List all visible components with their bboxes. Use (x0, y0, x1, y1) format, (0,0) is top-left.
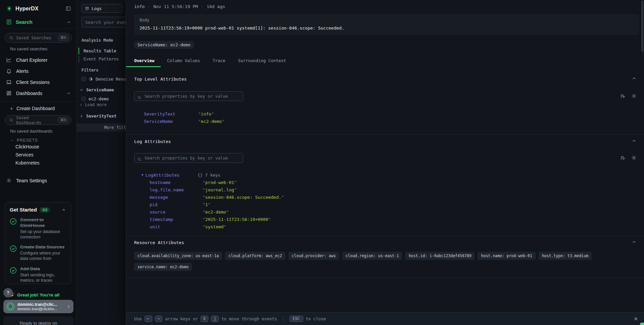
quote: " (203, 187, 205, 192)
sidebar-item-alerts[interactable]: Alerts (0, 65, 76, 77)
scrollbar-thumb[interactable] (641, 1, 643, 52)
denoise-filter-row[interactable]: Denoise Results (82, 77, 126, 82)
top-level-attributes-list: SeverityText "info" ServiceName "ec2-dem… (134, 110, 639, 125)
footer-text: to close (306, 316, 326, 321)
user-account-button[interactable]: D dominic.tran@clic... dominic.tran@clic… (3, 300, 73, 313)
attribute-value[interactable]: 1 (205, 202, 208, 207)
tab-overview[interactable]: Overview (126, 56, 161, 67)
attribute-root-row: ▼LogAttributes {} 7 keys (134, 171, 639, 179)
load-more-button[interactable]: Load more (79, 102, 107, 107)
sidebar-item-chart-explorer[interactable]: Chart Explorer (0, 54, 76, 65)
step-title: Add Data (20, 266, 66, 272)
get-started-step[interactable]: Connect to ClickHouse Set up your databa… (10, 217, 66, 240)
log-attributes-search-input[interactable] (134, 153, 243, 163)
attribute-key[interactable]: SeverityText (144, 111, 198, 117)
chevron-up-icon[interactable] (66, 20, 71, 25)
servicename-value-row[interactable]: ec2-demo (82, 96, 109, 101)
more-filters-button[interactable]: More filters (77, 124, 126, 132)
attribute-row: unit "systemd" (134, 223, 639, 230)
attribute-row: hostname "prod-web-01" (134, 179, 639, 186)
resource-chip[interactable]: host.type: t3.medium (539, 252, 592, 260)
mode-results-table[interactable]: Results Table (78, 48, 116, 54)
resource-chip[interactable]: host.id: i-0abc123def456789 (405, 252, 475, 260)
resource-chip[interactable]: cloud.provider: aws (288, 252, 339, 260)
source-selector[interactable]: Logs (82, 4, 122, 13)
wrap-lines-icon[interactable] (620, 93, 625, 99)
check-circle-icon (10, 218, 17, 240)
attribute-value[interactable]: ec2-demo (205, 210, 226, 215)
section-title: Resource Attributes (134, 240, 184, 245)
tab-column-values[interactable]: Column Values (161, 56, 206, 67)
saved-searches-input[interactable]: Saved Searches ⌘K (5, 33, 72, 43)
quote: " (203, 202, 205, 207)
chevron-up-icon[interactable] (632, 138, 637, 143)
sidebar-item-clickhouse[interactable]: ClickHouse (5, 143, 71, 151)
mode-event-patterns[interactable]: Event Patterns (78, 56, 119, 62)
attribute-key[interactable]: unit (150, 224, 203, 229)
attribute-value[interactable]: journal.log (205, 187, 234, 192)
servicename-group-toggle[interactable]: ServiceName (79, 87, 114, 92)
sidebar-item-client-sessions[interactable]: Client Sessions (0, 77, 76, 88)
saved-dashboards-input[interactable]: Saved Dashboards ⌘K (5, 115, 72, 125)
log-body-text: 2025-11-11T23:56:19+0000 prod-web-01 sys… (140, 26, 634, 31)
events-search-input[interactable] (82, 17, 126, 28)
section-divider (126, 236, 644, 236)
attribute-key[interactable]: pid (150, 202, 203, 207)
attribute-key[interactable]: ServiceName (144, 119, 198, 124)
servicename-tag[interactable]: ServiceName: ec2-demo (134, 41, 194, 49)
ec2-demo-checkbox[interactable] (82, 97, 86, 101)
gear-icon (6, 178, 12, 183)
attribute-key[interactable]: ▼LogAttributes (142, 173, 198, 178)
attribute-row: ServiceName "ec2-demo" (134, 118, 639, 125)
sidebar-item-kubernetes[interactable]: Kubernetes (5, 159, 71, 167)
attribute-value[interactable]: prod-web-01 (205, 180, 234, 185)
attribute-key[interactable]: log.file.name (150, 187, 203, 192)
chevron-up-icon[interactable] (61, 207, 66, 212)
collapse-sidebar-icon[interactable] (65, 6, 71, 11)
attribute-value[interactable]: systemd (205, 224, 224, 229)
create-dashboard-button[interactable]: Create Dashboard (9, 106, 71, 111)
attribute-key[interactable]: source (150, 210, 203, 215)
resource-chip[interactable]: cloud.platform: aws_ec2 (225, 252, 285, 260)
separator-dot: · (148, 4, 150, 9)
resource-chip[interactable]: cloud.availability_zone: us-east-1a (134, 252, 222, 260)
get-started-step[interactable]: Create Data Sources Configure where your… (10, 244, 66, 261)
gear-icon[interactable] (631, 93, 637, 99)
sidebar-item-services[interactable]: Services (5, 151, 71, 159)
attribute-value[interactable]: ec2-demo (201, 119, 222, 124)
sidebar-item-search[interactable]: Search (0, 15, 76, 28)
chevron-down-icon (10, 138, 14, 142)
resource-chip[interactable]: host.name: prod-web-01 (478, 252, 535, 260)
get-started-step[interactable]: Add Data Start sending logs, metrics, or… (10, 266, 66, 283)
quote: " (226, 210, 229, 215)
celebration-message: Great job! You're all (10, 292, 74, 297)
sidebar-item-dashboards[interactable]: Dashboards (0, 88, 76, 99)
collapse-triangle-icon[interactable]: ▼ (142, 173, 143, 177)
top-level-properties-search-input[interactable] (134, 91, 243, 101)
get-started-title: Get Started (10, 207, 37, 213)
attribute-value[interactable]: 2025-11-11T23:56:19+0000 (205, 217, 268, 222)
chevron-up-icon[interactable] (632, 76, 637, 81)
denoise-checkbox[interactable] (82, 77, 86, 81)
presets-toggle[interactable]: PRESETS (10, 138, 71, 143)
attribute-key[interactable]: timestamp (150, 217, 203, 222)
severitytext-group-toggle[interactable]: SeverityText (79, 113, 116, 119)
quote: " (198, 111, 201, 117)
gear-icon[interactable] (631, 155, 637, 160)
wrap-lines-icon[interactable] (620, 155, 625, 160)
chevron-up-icon[interactable] (632, 239, 637, 244)
chevron-up-icon[interactable] (66, 91, 71, 96)
attribute-value[interactable]: session-846.scope: Succeeded. (205, 195, 281, 200)
attribute-key[interactable]: message (150, 195, 203, 200)
tab-surrounding-context[interactable]: Surrounding Context (232, 56, 292, 67)
resource-chip[interactable]: cloud.region: us-east-1 (342, 252, 402, 260)
close-icon[interactable]: ✕ (634, 316, 638, 322)
deploy-banner[interactable]: Ready to deploy on (3, 316, 73, 325)
attribute-key[interactable]: hostname (150, 180, 203, 185)
quote: " (211, 111, 214, 117)
sidebar-item-team-settings[interactable]: Team Settings (0, 175, 76, 186)
help-button[interactable]: ? (3, 288, 13, 297)
resource-chip[interactable]: service.name: ec2-demo (134, 263, 192, 271)
tab-trace[interactable]: Trace (206, 56, 232, 67)
attribute-value[interactable]: info (201, 111, 211, 117)
